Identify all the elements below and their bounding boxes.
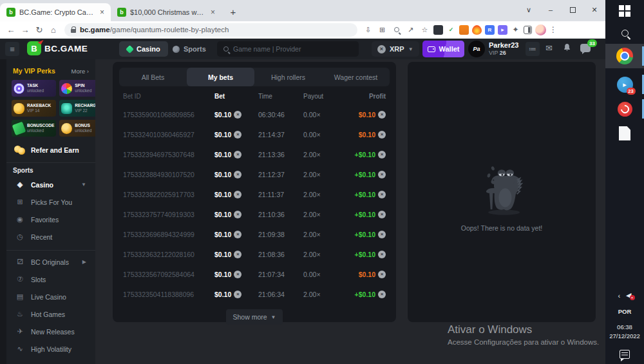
bet-id[interactable]: 1753323757740919303 [123,211,205,218]
bet-table-row[interactable]: 1753323567092584064 $0.10 × 21:07:34 0.0… [113,264,396,284]
translate-icon[interactable]: ⊞ [377,24,388,35]
bets-tab-all-bets[interactable]: All Bets [119,68,187,86]
user-info[interactable]: Parker23 VIP 26 [489,41,519,56]
mail-icon[interactable]: ✉ [545,43,553,53]
game-search-input[interactable]: Game name | Provider [217,41,359,57]
minimize-button[interactable]: – [540,0,562,19]
show-more-button[interactable]: Show more▼ [226,309,283,325]
bet-id[interactable]: 1753323822025917703 [123,191,205,198]
main-content: All BetsMy betsHigh rollersWager contest… [95,59,605,364]
bet-table-row[interactable]: 1753323822025917703 $0.10 × 21:11:37 2.0… [113,184,396,204]
taskbar-date: 27/12/2022 [609,332,640,341]
side-panel-icon[interactable] [524,26,532,34]
chat-badge: 33 [587,39,597,47]
extension-cursor-icon[interactable]: ▸ [498,25,507,35]
browser-tab-2[interactable]: b $10,000 Christmas week special × [111,3,222,21]
tab-close-icon[interactable]: × [209,8,216,17]
new-tab-button[interactable]: + [225,4,241,19]
bet-table-row[interactable]: 1753323946975307648 $0.10 × 21:13:36 2.0… [113,144,396,164]
vip-perk-bonus[interactable]: BONUSunlocked [59,120,95,137]
bet-table-row[interactable]: 1753323632122028160 $0.10 × 21:08:36 2.0… [113,244,396,264]
address-bar[interactable]: bc.game/game/quantum-roulette-by-playtec… [64,23,357,37]
hidden-icons-chevron[interactable]: ‹ [618,292,620,300]
refer-and-earn[interactable]: Refer and Earn [12,142,90,158]
currency-selector[interactable]: × XRP ▼ [372,41,419,57]
sidebar-item-hot-games[interactable]: ♨Hot Games [12,305,90,323]
tab-search-icon[interactable]: ∨ [518,0,540,19]
bet-id[interactable]: 1753323567092584064 [123,271,205,278]
home-button[interactable]: ⌂ [46,25,61,35]
bets-tab-wager-contest[interactable]: Wager contest [322,68,390,86]
vip-perk-task[interactable]: TASKunlocked [12,80,56,97]
bet-list-icon[interactable]: ≔ [526,42,540,56]
bet-id[interactable]: 1753323946975307648 [123,151,205,158]
bet-id[interactable]: 1753323632122028160 [123,251,205,258]
forward-button[interactable]: → [18,25,32,35]
bet-id[interactable]: 1753323884930107520 [123,171,205,178]
bookmark-star-icon[interactable]: ☆ [419,24,430,35]
user-avatar[interactable]: Pa [468,41,485,57]
taskbar-search-button[interactable] [605,22,644,44]
browser-menu-icon[interactable]: ⋮ [549,25,557,34]
zoom-icon[interactable] [391,24,402,35]
bet-id[interactable]: 1753323696894324999 [123,231,205,238]
nav-casino-button[interactable]: Casino [119,41,168,57]
taskbar-chrome-button[interactable] [605,44,644,68]
vip-perk-spin[interactable]: SPINunlocked [59,80,95,97]
hamburger-menu-icon[interactable]: ≡ [5,42,19,56]
taskbar-telegram-button[interactable]: ▸ 23 [605,72,644,97]
sidebar-item-picks-for-you[interactable]: ⊞Picks For You [12,193,90,211]
sidebar-item-high-volatility[interactable]: ∿High Volatility [12,340,90,358]
bet-table-row[interactable]: 1753323696894324999 $0.10 × 21:09:38 2.0… [113,224,396,244]
extension-shield-icon[interactable]: R [485,25,495,35]
bet-table-row[interactable]: 1753359001068809856 $0.10 × 06:30:46 0.0… [113,104,396,124]
taskbar-clock[interactable]: 06:38 27/12/2022 [609,323,640,341]
wallet-button[interactable]: Wallet [422,41,464,57]
extension-dark-icon[interactable] [433,25,443,35]
bet-table-row[interactable]: 1753323757740919303 $0.10 × 21:10:36 2.0… [113,204,396,224]
volume-muted-icon[interactable]: ◀× [626,291,631,300]
browser-profile-avatar[interactable] [535,24,546,35]
restore-button[interactable] [562,0,583,19]
taskbar-redapp-button[interactable] [605,97,644,121]
language-indicator[interactable]: POR [618,308,632,315]
bets-tab-high-rollers[interactable]: High rollers [254,68,322,86]
share-icon[interactable]: ↗ [405,24,416,35]
vip-perk-bonuscode[interactable]: BONUSCODEunlocked [12,120,56,137]
extensions-puzzle-icon[interactable]: ✦ [511,25,520,35]
bcgame-logo[interactable]: B BC.GAME [27,41,88,55]
sidebar-item-new-releases[interactable]: ✈New Releases [12,323,90,340]
extension-flame-icon[interactable] [472,25,482,35]
metamask-icon[interactable] [459,25,469,35]
notification-center-icon[interactable] [620,350,630,359]
bet-id[interactable]: 1753323504118388096 [123,291,205,298]
vip-more-link[interactable]: More › [71,68,89,75]
sidebar-item-favorites[interactable]: ◉Favorites [12,211,90,228]
bets-tab-my-bets[interactable]: My bets [187,68,254,86]
vip-perk-rakeback[interactable]: RAKEBACKVIP 14 [12,100,56,117]
bet-id[interactable]: 1753324010360465927 [123,131,205,139]
sidebar-item-bc-originals[interactable]: ⚂BC Originals▶ [12,253,90,271]
bet-id[interactable]: 1753359001068809856 [123,111,205,119]
start-button[interactable] [605,0,644,22]
save-page-icon[interactable]: ⇩ [363,24,374,35]
sidebar-item-casino[interactable]: ◈ Casino ▼ [12,176,90,193]
browser-tab-1[interactable]: b BC.Game: Crypto Casino Games × [0,3,111,21]
nav-sports-button[interactable]: Sports [173,41,206,57]
back-button[interactable]: ← [4,25,18,35]
bet-table-row[interactable]: 1753324010360465927 $0.10 × 21:14:37 0.0… [113,124,396,144]
reload-button[interactable]: ↻ [32,25,46,35]
tab-close-icon[interactable]: × [99,8,106,17]
bell-icon[interactable] [563,43,571,53]
vip-perk-recharge[interactable]: RECHARGEVIP 22 [59,100,95,117]
taskbar-notepad-button[interactable] [605,121,644,146]
bet-profit: $0.10 × [343,271,386,278]
extension-person-icon[interactable]: ✓ [446,25,456,35]
sidebar-item-live-casino[interactable]: ▤Live Casino [12,288,90,305]
close-button[interactable]: ✕ [583,0,605,19]
sidebar-sports-label[interactable]: Sports [12,167,90,174]
bet-table-row[interactable]: 1753323504118388096 $0.10 × 21:06:34 2.0… [113,284,396,304]
sidebar-item-slots[interactable]: ⑦Slots [12,271,90,288]
bet-table-row[interactable]: 1753323884930107520 $0.10 × 21:12:37 2.0… [113,164,396,184]
sidebar-item-recent[interactable]: ◷Recent [12,228,90,245]
